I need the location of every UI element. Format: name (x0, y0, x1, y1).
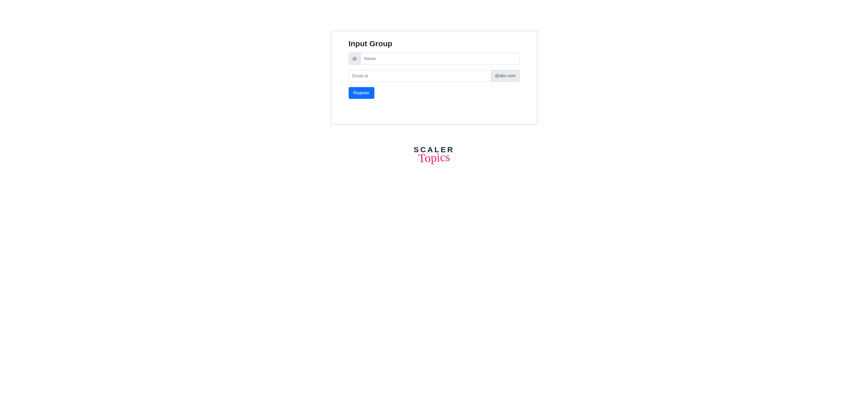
email-input[interactable] (349, 70, 491, 82)
card-title: Input Group (349, 39, 520, 48)
name-input-group: @ (349, 53, 520, 65)
logo-topics-text: Topics (413, 150, 455, 165)
input-group-card: Input Group @ @abc.com Register (331, 31, 537, 125)
register-button[interactable]: Register (349, 87, 374, 99)
name-input[interactable] (360, 53, 520, 65)
scaler-topics-logo: SCALER Topics (414, 145, 454, 165)
email-input-group: @abc.com (349, 70, 520, 82)
email-suffix: @abc.com (491, 70, 520, 82)
at-prefix: @ (349, 53, 360, 65)
